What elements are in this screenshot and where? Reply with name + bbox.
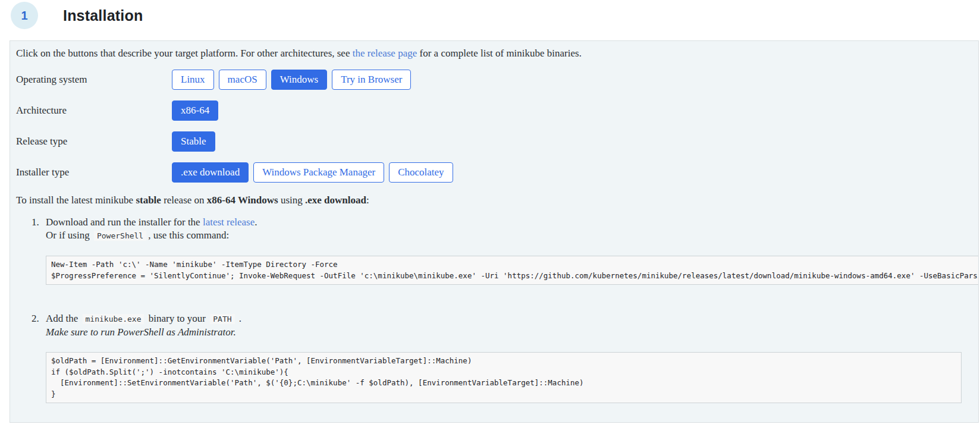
step-1-text-before-link: Download and run the installer for the	[46, 216, 203, 228]
os-button-windows[interactable]: Windows	[271, 70, 327, 90]
path-update-code-block: $oldPath = [Environment]::GetEnvironment…	[46, 352, 962, 403]
selector-row-architecture: Architecture x86-64	[16, 100, 971, 121]
intro-text-after-link: for a complete list of minikube binaries…	[417, 48, 582, 59]
step-2-line-1: Add the minikube.exe binary to your PATH…	[46, 312, 971, 326]
installer-button-windows-package-manager[interactable]: Windows Package Manager	[253, 162, 384, 183]
release-type-buttons: Stable	[172, 131, 215, 152]
step-1-text-after-link: .	[255, 216, 257, 228]
installation-section-header: 1 Installation	[0, 0, 980, 30]
install-summary-seg1: To install the latest minikube	[16, 194, 136, 206]
install-summary-platform: x86-64 Windows	[207, 194, 278, 206]
step-1-line-2: Or if using PowerShell, use this command…	[46, 229, 979, 243]
install-summary-seg3: using	[278, 194, 305, 206]
selector-row-operating-system: Operating system Linux macOS Windows Try…	[16, 70, 971, 90]
install-summary-seg4: :	[366, 194, 369, 206]
operating-system-label: Operating system	[16, 74, 172, 86]
step-1-text-before-code: Or if using	[46, 230, 92, 241]
install-summary-seg2: release on	[161, 194, 207, 206]
installer-button-exe-download[interactable]: .exe download	[172, 162, 249, 183]
intro-text-before-link: Click on the buttons that describe your …	[16, 48, 353, 59]
step-2-text-mid: binary to your	[146, 313, 208, 324]
release-button-stable[interactable]: Stable	[172, 131, 215, 152]
os-button-linux[interactable]: Linux	[172, 70, 214, 90]
step-2-admin-note: Make sure to run PowerShell as Administr…	[46, 326, 971, 339]
install-summary-installer: .exe download	[305, 194, 366, 206]
step-2-text-end: .	[237, 313, 242, 324]
install-steps-list: 1. Download and run the installer for th…	[32, 216, 971, 403]
step-number: 1	[21, 9, 27, 23]
installer-button-chocolatey[interactable]: Chocolatey	[389, 162, 453, 183]
minikube-exe-inline-code: minikube.exe	[83, 314, 145, 324]
selector-row-release-type: Release type Stable	[16, 131, 971, 152]
step-1-marker: 1.	[32, 216, 42, 285]
os-button-macos[interactable]: macOS	[219, 70, 266, 90]
architecture-label: Architecture	[16, 105, 172, 117]
installer-type-buttons: .exe download Windows Package Manager Ch…	[172, 162, 453, 183]
download-command-code-block: New-Item -Path 'c:\' -Name 'minikube' -I…	[46, 256, 979, 285]
install-step-2: 2. Add the minikube.exe binary to your P…	[32, 312, 971, 403]
install-summary-line: To install the latest minikube stable re…	[16, 194, 971, 206]
step-1-text-after-code: , use this command:	[148, 230, 229, 241]
installer-type-label: Installer type	[16, 166, 172, 178]
platform-selector-panel: Click on the buttons that describe your …	[10, 40, 979, 423]
os-button-try-in-browser[interactable]: Try in Browser	[332, 70, 411, 90]
install-summary-release-type: stable	[136, 194, 161, 206]
step-number-badge: 1	[11, 2, 38, 29]
arch-button-x86-64[interactable]: x86-64	[172, 100, 218, 121]
path-inline-code: PATH	[210, 314, 234, 324]
selector-row-installer-type: Installer type .exe download Windows Pac…	[16, 162, 971, 183]
operating-system-buttons: Linux macOS Windows Try in Browser	[172, 70, 411, 90]
release-type-label: Release type	[16, 136, 172, 147]
page-title: Installation	[63, 7, 143, 24]
install-step-1: 1. Download and run the installer for th…	[32, 216, 971, 285]
step-2-marker: 2.	[32, 312, 42, 403]
intro-text: Click on the buttons that describe your …	[16, 47, 971, 60]
step-1-line-1: Download and run the installer for the l…	[46, 216, 979, 229]
powershell-inline-code: PowerShell	[94, 231, 146, 241]
release-page-link[interactable]: the release page	[353, 48, 417, 59]
step-2-text-before-code: Add the	[46, 313, 81, 324]
latest-release-link[interactable]: latest release	[203, 216, 255, 228]
terminal-restart-note: If you used a terminal (like powershell)…	[41, 421, 971, 423]
architecture-buttons: x86-64	[172, 100, 218, 121]
